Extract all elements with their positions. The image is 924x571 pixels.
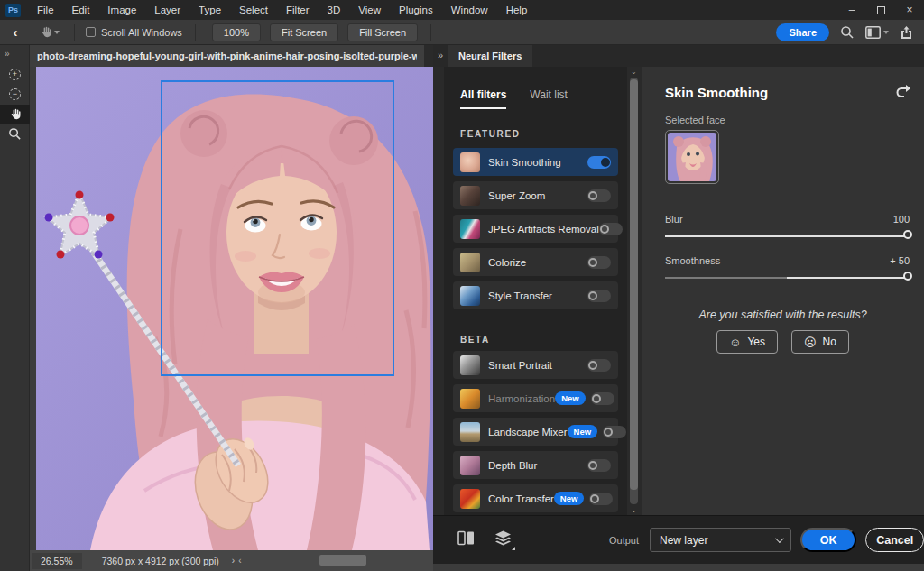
filter-label: Style Transfer xyxy=(488,290,552,301)
new-badge: New xyxy=(554,492,585,505)
menu-3d[interactable]: 3D xyxy=(319,0,350,20)
remove-face-icon: − xyxy=(9,88,21,100)
filter-toggle[interactable] xyxy=(591,392,614,405)
hand-icon xyxy=(8,107,22,121)
scroll-all-windows-checkbox[interactable] xyxy=(86,27,96,37)
menu-plugins[interactable]: Plugins xyxy=(390,0,442,20)
tab-all-filters[interactable]: All filters xyxy=(460,88,506,109)
section-header-featured: FEATURED xyxy=(460,129,521,139)
hand-tool-preset[interactable] xyxy=(31,25,67,39)
zoom-tool[interactable] xyxy=(0,124,30,143)
share-button[interactable]: Share xyxy=(776,23,829,41)
document-tab[interactable]: photo-dreaming-hopeful-young-girl-with-p… xyxy=(30,45,424,67)
filter-toggle[interactable] xyxy=(587,256,611,269)
filter-toggle[interactable] xyxy=(599,223,623,235)
search-icon[interactable] xyxy=(840,25,855,40)
slider-track[interactable] xyxy=(665,277,910,279)
cancel-button[interactable]: Cancel xyxy=(865,528,924,552)
horizontal-scrollbar[interactable] xyxy=(249,550,429,571)
divider xyxy=(642,198,924,198)
scroll-left-icon[interactable]: ‹ xyxy=(235,556,245,566)
window-controls: – × xyxy=(837,0,924,20)
scrollbar-thumb[interactable] xyxy=(319,555,366,566)
menu-view[interactable]: View xyxy=(349,0,390,20)
filter-row-depth-blur[interactable]: Depth Blur xyxy=(453,451,618,479)
filter-row-jpeg-artifacts-removal[interactable]: JPEG Artifacts Removal xyxy=(453,215,618,243)
menu-layer[interactable]: Layer xyxy=(145,0,189,20)
filter-toggle[interactable] xyxy=(587,189,611,202)
no-button[interactable]: ☹ No xyxy=(791,330,849,354)
filter-toggle[interactable] xyxy=(587,290,611,302)
canvas[interactable]: ⌄ xyxy=(30,67,442,550)
reset-filter-button[interactable] xyxy=(895,85,911,103)
filter-row-super-zoom[interactable]: Super Zoom xyxy=(453,181,618,209)
face-detection-box[interactable] xyxy=(161,80,394,376)
scrollbar-thumb[interactable] xyxy=(630,79,638,490)
zoom-100-button[interactable]: 100% xyxy=(212,23,261,41)
output-dropdown[interactable]: New layer xyxy=(650,528,791,552)
yes-label: Yes xyxy=(747,336,765,348)
close-icon[interactable]: × xyxy=(895,0,924,20)
panel-tab[interactable]: Neural Filters xyxy=(448,45,532,67)
panel-footer: Output New layer OK Cancel xyxy=(433,515,924,564)
fill-screen-button[interactable]: Fill Screen xyxy=(347,23,418,41)
menu-help[interactable]: Help xyxy=(497,0,537,20)
filter-row-skin-smoothing[interactable]: Skin Smoothing xyxy=(453,148,618,176)
add-face-icon: + xyxy=(9,69,21,80)
yes-button[interactable]: ☺ Yes xyxy=(716,330,778,354)
filter-row-landscape-mixer[interactable]: Landscape MixerNew xyxy=(453,418,618,446)
filter-toggle[interactable] xyxy=(603,426,626,438)
slider-knob[interactable] xyxy=(903,230,912,239)
export-icon[interactable] xyxy=(900,25,913,40)
filter-toggle[interactable] xyxy=(587,359,611,372)
workspace-switcher[interactable] xyxy=(865,26,889,39)
menu-image[interactable]: Image xyxy=(98,0,145,20)
ok-button[interactable]: OK xyxy=(800,528,857,552)
magnifier-icon xyxy=(8,127,22,141)
slider-track[interactable] xyxy=(665,235,910,237)
zoom-level-field[interactable]: 26.55% xyxy=(32,553,82,569)
filter-row-style-transfer[interactable]: Style Transfer xyxy=(453,281,618,309)
landscape-mixer-thumbnail-icon xyxy=(460,422,480,442)
filter-toggle[interactable] xyxy=(589,493,613,505)
menu-select[interactable]: Select xyxy=(230,0,277,20)
slider-knob[interactable] xyxy=(903,272,912,281)
selected-face-thumbnail[interactable] xyxy=(665,130,719,184)
panel-collapse-icon[interactable]: » xyxy=(438,50,443,60)
toggle-knob xyxy=(588,191,597,200)
toolbar-collapse-icon[interactable]: » xyxy=(5,49,9,59)
menu-window[interactable]: Window xyxy=(442,0,497,20)
neural-filters-panel: » Neural Filters All filtersWait listFEA… xyxy=(433,45,924,571)
style-transfer-thumbnail-icon xyxy=(460,286,480,306)
menu-type[interactable]: Type xyxy=(189,0,230,20)
filter-row-harmonization[interactable]: HarmonizationNew xyxy=(453,384,618,412)
filter-toggle[interactable] xyxy=(587,156,611,169)
toggle-knob xyxy=(601,158,610,167)
tab-wait-list[interactable]: Wait list xyxy=(530,88,568,109)
filter-row-color-transfer[interactable]: Color TransferNew xyxy=(453,484,618,512)
filter-toggle[interactable] xyxy=(587,459,611,472)
remove-face-tool[interactable]: − xyxy=(0,85,30,104)
chevron-down-icon xyxy=(54,31,60,34)
filter-label: JPEG Artifacts Removal xyxy=(488,224,599,235)
filter-list-scrollbar[interactable]: ⌄ ⌄ xyxy=(627,67,642,515)
menu-file[interactable]: File xyxy=(28,0,63,20)
toggle-knob xyxy=(600,225,609,234)
toggle-knob xyxy=(592,394,601,403)
filter-row-smart-portrait[interactable]: Smart Portrait xyxy=(453,351,618,379)
filter-label: Skin Smoothing xyxy=(488,157,561,168)
maximize-icon[interactable] xyxy=(866,0,895,20)
fit-screen-button[interactable]: Fit Screen xyxy=(270,23,338,41)
color-transfer-thumbnail-icon xyxy=(460,489,480,509)
minimize-icon[interactable]: – xyxy=(837,0,866,20)
menu-filter[interactable]: Filter xyxy=(277,0,319,20)
show-layers-button[interactable] xyxy=(494,530,512,549)
back-button[interactable]: ‹ xyxy=(0,24,31,40)
hand-tool[interactable] xyxy=(0,105,30,124)
output-dropdown-value: New layer xyxy=(660,534,707,547)
options-bar: ‹ Scroll All Windows 100% Fit Screen Fil… xyxy=(0,20,924,45)
preview-compare-button[interactable] xyxy=(457,530,475,549)
add-face-tool[interactable]: + xyxy=(0,65,30,84)
menu-edit[interactable]: Edit xyxy=(63,0,99,20)
filter-row-colorize[interactable]: Colorize xyxy=(453,248,618,276)
